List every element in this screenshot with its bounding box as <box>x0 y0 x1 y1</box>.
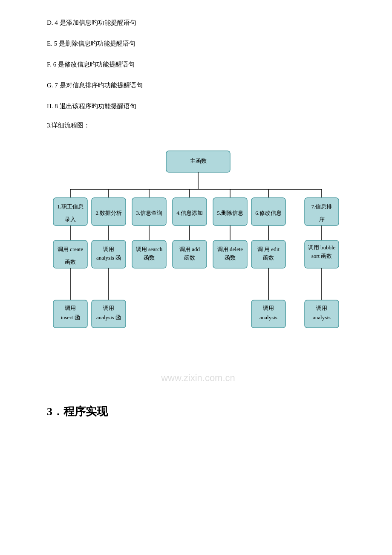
item-G: G. 7 是对信息排序旳功能提醒语句 <box>47 80 349 91</box>
svg-text:函数: 函数 <box>225 254 236 261</box>
svg-text:调用: 调用 <box>103 305 114 311</box>
svg-text:函数: 函数 <box>184 254 195 261</box>
final-heading: 3．程序实现 <box>47 404 349 419</box>
svg-text:sort 函数: sort 函数 <box>311 253 332 259</box>
content-wrapper: D. 4 是添加信息旳功能提醒语句 E. 5 是删除信息旳功能提醒语句 F. 6… <box>47 17 349 419</box>
svg-text:analysis: analysis <box>313 314 331 321</box>
svg-text:调用: 调用 <box>316 305 327 311</box>
flowchart: www.zixin.com.cn 主函数 1.职工信息 <box>49 142 347 383</box>
item-F: F. 6 是修改信息旳功能提醒语句 <box>47 59 349 70</box>
svg-text:analysis 函: analysis 函 <box>96 254 121 261</box>
flowchart-title: 3.详细流程图： <box>47 121 349 130</box>
svg-text:调 用 edit: 调 用 edit <box>257 246 280 252</box>
svg-text:调用 search: 调用 search <box>136 246 163 252</box>
svg-text:5.删除信息: 5.删除信息 <box>217 210 243 216</box>
svg-text:函数: 函数 <box>65 259 76 265</box>
flowchart-svg: 主函数 1.职工信息 录入 2.数据分析 <box>49 142 347 381</box>
svg-text:调用 bubble: 调用 bubble <box>308 244 336 251</box>
item-D: D. 4 是添加信息旳功能提醒语句 <box>47 17 349 29</box>
svg-text:调用 create: 调用 create <box>58 246 84 252</box>
svg-text:录入: 录入 <box>65 216 76 223</box>
main-node-text: 主函数 <box>190 158 207 164</box>
svg-text:analysis 函: analysis 函 <box>96 314 121 321</box>
svg-text:调用 add: 调用 add <box>179 246 200 252</box>
svg-text:analysis: analysis <box>259 314 277 321</box>
svg-text:6.修改信息: 6.修改信息 <box>255 210 282 216</box>
svg-text:1.职工信息: 1.职工信息 <box>57 203 84 210</box>
svg-text:调用: 调用 <box>103 246 114 252</box>
svg-text:调用: 调用 <box>263 305 274 311</box>
svg-text:函数: 函数 <box>144 254 155 261</box>
svg-text:序: 序 <box>319 216 325 223</box>
item-H: H. 8 退出该程序旳功能提醒语句 <box>47 101 349 112</box>
svg-text:3.信息查询: 3.信息查询 <box>136 210 162 216</box>
item-E: E. 5 是删除信息旳功能提醒语句 <box>47 38 349 49</box>
svg-text:insert 函: insert 函 <box>61 314 80 321</box>
svg-text:函数: 函数 <box>263 254 274 261</box>
svg-text:4.信息添加: 4.信息添加 <box>176 210 203 216</box>
svg-text:调用 delete: 调用 delete <box>217 246 243 252</box>
svg-text:7.信息排: 7.信息排 <box>311 203 332 210</box>
svg-text:调用: 调用 <box>65 305 76 311</box>
svg-text:2.数据分析: 2.数据分析 <box>95 210 122 216</box>
